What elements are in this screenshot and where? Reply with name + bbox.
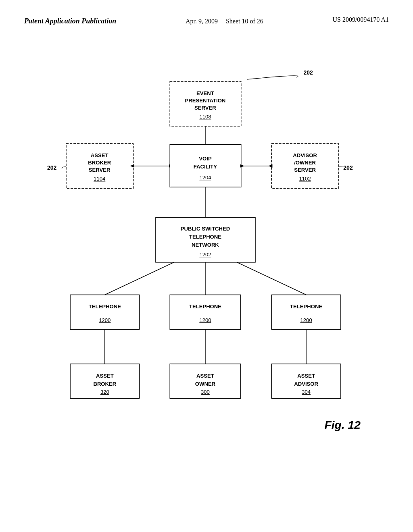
eps-label-3: SERVER: [194, 105, 216, 111]
ref-202-right: 202: [343, 164, 353, 170]
aos-label-1: ADVISOR: [293, 152, 317, 158]
patent-diagram: 202 EVENT PRESENTATION SERVER 1108 ASSET…: [16, 39, 397, 506]
broker-ref: 320: [100, 389, 109, 395]
pstn-label-1: PUBLIC SWITCHED: [181, 225, 230, 231]
abs-label-2: BROKER: [88, 160, 111, 166]
eps-ref: 1108: [199, 113, 211, 119]
pstn-label-3: NETWORK: [192, 241, 219, 247]
line-pstn-tel3: [237, 262, 306, 295]
eps-label-2: PRESENTATION: [185, 97, 226, 103]
diagram-container: 202 EVENT PRESENTATION SERVER 1108 ASSET…: [0, 35, 413, 510]
ref-202-top: 202: [303, 69, 313, 75]
voip-label-1: VOIP: [199, 156, 212, 162]
aos-label-3: SERVER: [294, 167, 316, 173]
advisor-label-1: ASSET: [297, 372, 315, 378]
tel2-label: TELEPHONE: [189, 303, 221, 310]
abs-label-3: SERVER: [89, 167, 111, 173]
voip-label-2: FACILITY: [194, 164, 217, 170]
tel1-label: TELEPHONE: [89, 303, 121, 310]
tel1-ref: 1200: [99, 317, 111, 323]
owner-label-1: ASSET: [196, 372, 214, 378]
abs-ref: 1104: [94, 176, 105, 182]
owner-label-2: OWNER: [195, 380, 216, 387]
pstn-label-2: TELEPHONE: [189, 233, 221, 239]
pstn-ref: 1202: [199, 251, 211, 257]
page: Patent Application Publication Apr. 9, 2…: [0, 0, 413, 532]
tel2-box: [170, 295, 241, 329]
tel3-box: [271, 295, 340, 329]
tel2-ref: 1200: [199, 317, 211, 323]
page-header: Patent Application Publication Apr. 9, 2…: [0, 0, 413, 35]
advisor-label-2: ADVISOR: [294, 380, 318, 387]
eps-label-1: EVENT: [196, 90, 214, 96]
tel3-ref: 1200: [300, 317, 312, 323]
figure-label: Fig. 12: [325, 418, 361, 431]
tel1-box: [70, 295, 139, 329]
patent-number: US 2009/0094170 A1: [332, 16, 389, 23]
aos-label-2: /OWNER: [294, 160, 316, 166]
abs-label-1: ASSET: [91, 152, 108, 158]
voip-ref: 1204: [199, 175, 211, 181]
publication-title: Patent Application Publication: [24, 16, 116, 26]
advisor-ref: 304: [302, 389, 311, 395]
sheet-label: Sheet 10 of 26: [226, 18, 263, 25]
ref-202-left: 202: [47, 164, 57, 170]
arrow-aos-voip-r: [268, 164, 272, 167]
header-center: Apr. 9, 2009 Sheet 10 of 26: [186, 16, 263, 27]
aos-ref: 1102: [299, 176, 311, 182]
arrow-voip-aos-l: [240, 164, 244, 167]
line-pstn-tel1: [105, 262, 174, 295]
owner-ref: 300: [201, 389, 210, 395]
broker-label-1: ASSET: [96, 372, 114, 378]
tel3-label: TELEPHONE: [290, 303, 322, 310]
date-label: Apr. 9, 2009: [186, 18, 218, 25]
broker-label-2: BROKER: [93, 380, 116, 387]
